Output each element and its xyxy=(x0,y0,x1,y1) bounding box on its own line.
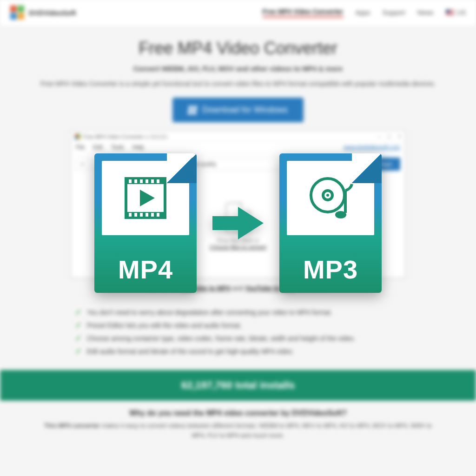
app-toolbar: ＋ － 📁 MP4 ▾ Original quality ⚙ Settings … xyxy=(71,153,405,175)
download-button[interactable]: Download for Windows xyxy=(172,98,304,122)
choose-files-link[interactable]: Choose files to convert xyxy=(210,244,266,251)
blurred-background: DVDVideoSoft Free MP4 Video Converter Ap… xyxy=(0,0,476,476)
check-icon: ✓ xyxy=(75,309,81,316)
topbar: DVDVideoSoft Free MP4 Video Converter Ap… xyxy=(0,0,476,26)
file-placeholder-icon xyxy=(225,202,251,233)
download-label: Download for Windows xyxy=(202,105,288,115)
nav-item-apps[interactable]: Apps xyxy=(356,9,370,16)
format-value: MP4 xyxy=(133,161,145,167)
page-subtitle: Convert WEBM, AVI, FLV, MOV and other vi… xyxy=(19,65,457,73)
feature-row: ✓ Edit audio format and bitrate of the s… xyxy=(75,345,401,358)
maximize-icon[interactable]: □ xyxy=(388,133,391,140)
app-title: Free MP4 Video Converter v. 5.0.111 xyxy=(83,134,167,139)
app-screenshot: Free MP4 Video Converter v. 5.0.111 – □ … xyxy=(71,131,405,278)
logo-icon xyxy=(10,6,24,20)
feature-row: ✓ Choose among container type, video cod… xyxy=(75,332,401,345)
also-try-mid: and xyxy=(232,284,245,292)
drop-area[interactable]: Drop files here or Choose files to conve… xyxy=(71,175,405,278)
app-link[interactable]: www.dvdvideosoft.com xyxy=(344,144,400,151)
gear-icon: ⚙ xyxy=(333,161,338,167)
also-try-suffix: Converters. xyxy=(297,284,330,292)
app-titlebar: Free MP4 Video Converter v. 5.0.111 – □ … xyxy=(71,131,405,142)
remove-file-icon[interactable]: － xyxy=(93,158,106,171)
flag-us-icon xyxy=(446,10,454,15)
locale-label: US xyxy=(457,9,466,16)
link-yt-mp4[interactable]: YouTube to MP4 xyxy=(180,284,231,292)
app-logo-icon xyxy=(75,134,80,139)
why-body: This MP4 converter makes it easy to conv… xyxy=(42,421,434,441)
why-body-bold: This MP4 converter xyxy=(44,422,100,429)
feature-text: Edit audio format and bitrate of the sou… xyxy=(87,348,294,355)
page-title: Free MP4 Video Converter xyxy=(19,39,457,58)
minimize-icon[interactable]: – xyxy=(377,133,381,140)
quality-select[interactable]: Original quality xyxy=(175,158,323,171)
nav: Free MP4 Video Converter Apps Support Ne… xyxy=(263,8,466,18)
add-file-icon[interactable]: ＋ xyxy=(76,158,89,171)
window-controls: – □ × xyxy=(377,133,401,140)
nav-item-support[interactable]: Support xyxy=(382,9,405,16)
hero: Free MP4 Video Converter Convert WEBM, A… xyxy=(0,26,476,306)
menu-edit[interactable]: Edit xyxy=(93,144,103,151)
check-icon: ✓ xyxy=(75,322,81,329)
windows-icon xyxy=(188,106,198,114)
folder-icon[interactable]: 📁 xyxy=(111,158,124,171)
drop-text: Drop files here or Choose files to conve… xyxy=(210,238,266,251)
check-icon: ✓ xyxy=(75,348,81,355)
locale-switcher[interactable]: US xyxy=(446,9,466,16)
menu-file[interactable]: File xyxy=(76,144,85,151)
drop-line1: Drop files here or xyxy=(217,238,259,244)
feature-row: ✓ You don't need to worry about degradat… xyxy=(75,306,401,319)
feature-text: Preset Editor lets you edit the video an… xyxy=(87,322,242,329)
format-select[interactable]: MP4 ▾ xyxy=(129,158,171,171)
why-section: Why do you need the MP4 video converter … xyxy=(0,401,476,449)
also-try-prefix: Also try our xyxy=(145,284,180,292)
close-icon[interactable]: × xyxy=(397,133,401,140)
why-heading: Why do you need the MP4 video converter … xyxy=(42,409,434,417)
also-try: Also try our YouTube to MP4 and YouTube … xyxy=(19,284,457,292)
nav-active[interactable]: Free MP4 Video Converter xyxy=(263,8,344,18)
start-button[interactable]: Start xyxy=(371,158,400,171)
feature-row: ✓ Preset Editor lets you edit the video … xyxy=(75,319,401,332)
brand-text: DVDVideoSoft xyxy=(29,9,76,17)
app-menu: File Edit Tools Help www.dvdvideosoft.co… xyxy=(71,142,405,153)
features-list: ✓ You don't need to worry about degradat… xyxy=(75,306,401,358)
installs-banner: 62,197,760 total installs xyxy=(0,370,476,401)
settings-button[interactable]: ⚙ Settings xyxy=(328,158,366,171)
menu-tools[interactable]: Tools xyxy=(111,144,124,151)
link-yt-mp3[interactable]: YouTube to MP3 xyxy=(245,284,295,292)
feature-text: You don't need to worry about degradatio… xyxy=(87,309,332,316)
feature-text: Choose among container type, video codec… xyxy=(87,335,355,342)
chevron-down-icon: ▾ xyxy=(164,161,166,167)
settings-label: Settings xyxy=(341,161,361,167)
check-icon: ✓ xyxy=(75,335,81,342)
nav-item-news[interactable]: News xyxy=(417,9,434,16)
menu-help[interactable]: Help xyxy=(132,144,144,151)
page-description: Free MP4 Video Converter is a simple yet… xyxy=(19,80,457,87)
brand[interactable]: DVDVideoSoft xyxy=(10,6,76,20)
why-body-rest: makes it easy to convert videos between … xyxy=(100,422,432,439)
